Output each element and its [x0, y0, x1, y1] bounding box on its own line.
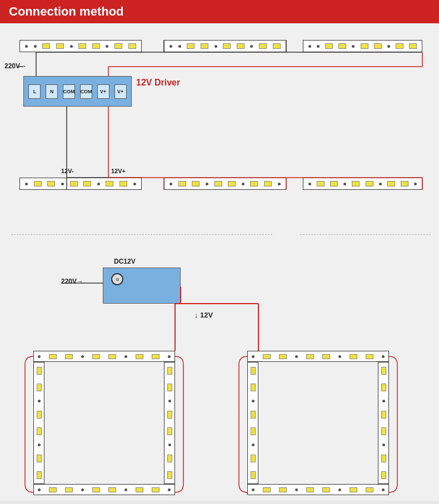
led-dot — [178, 45, 181, 48]
terminal-COM2: COM — [80, 84, 92, 99]
terminal-Vplus1: V+ — [97, 84, 109, 99]
led-h — [322, 487, 330, 492]
led-dot — [382, 488, 385, 491]
led-h — [350, 354, 357, 359]
led-cell — [228, 181, 236, 187]
led-cell — [83, 181, 91, 187]
led-cell — [70, 181, 78, 187]
led-cell — [114, 43, 122, 49]
led-h — [263, 487, 271, 492]
led-dot — [61, 183, 64, 185]
led-dot — [124, 355, 127, 358]
led-dot — [133, 183, 136, 185]
led-dot — [387, 45, 390, 48]
led-v — [251, 427, 256, 435]
label-220v-bot: 220V→ — [61, 278, 83, 285]
led-v — [251, 471, 256, 479]
driver-box: L N COM COM V+ V+ — [23, 76, 132, 107]
right-frame-left — [247, 362, 258, 484]
label-12v-minus: 12V- — [61, 168, 74, 174]
top-diagram: 220V→ — [0, 34, 439, 201]
led-h — [152, 354, 159, 359]
led-dot — [295, 488, 298, 491]
led-dot — [338, 488, 341, 491]
led-dot — [252, 443, 255, 446]
led-cell — [47, 181, 55, 187]
led-cell — [264, 181, 272, 187]
label-12v-driver: 12V Driver — [136, 78, 180, 88]
led-dot — [38, 355, 41, 358]
label-12v-bot: ↓ 12V — [194, 311, 213, 319]
led-dot — [169, 45, 172, 48]
led-dot — [242, 183, 245, 185]
led-h — [49, 487, 57, 492]
led-dot — [81, 355, 84, 358]
led-v — [251, 384, 256, 391]
led-cell — [34, 181, 42, 187]
led-cell — [237, 43, 245, 49]
led-dot — [352, 45, 355, 48]
left-frame-right — [164, 362, 175, 484]
bottom-led-strip-3 — [303, 178, 422, 190]
led-h — [136, 487, 143, 492]
led-cell — [366, 181, 373, 187]
led-v — [37, 411, 42, 419]
led-dot — [250, 45, 253, 48]
led-cell — [273, 43, 281, 49]
led-cell — [330, 181, 338, 187]
led-v — [251, 455, 256, 462]
led-dot — [25, 183, 28, 185]
bottom-led-strip-2 — [164, 178, 286, 190]
led-dot — [38, 443, 41, 446]
led-dot — [168, 355, 171, 358]
led-cell — [387, 181, 395, 187]
bottom-diagram: DC12V 220V→ ↓ 12V ⊙ — [0, 245, 439, 501]
led-dot — [308, 183, 311, 185]
led-h — [306, 354, 314, 359]
led-cell — [178, 181, 186, 187]
led-v — [251, 411, 256, 419]
led-v — [37, 455, 42, 462]
led-h — [65, 354, 73, 359]
led-dot — [81, 488, 84, 491]
led-h — [322, 354, 330, 359]
led-h — [279, 354, 287, 359]
led-dot — [168, 443, 171, 446]
bottom-led-strip-1 — [19, 178, 142, 190]
terminal-COM1: COM — [63, 84, 75, 99]
led-cell — [409, 43, 417, 49]
led-cell — [201, 43, 208, 49]
header: Connection method — [0, 0, 439, 23]
led-dot — [252, 400, 255, 402]
dc-box — [103, 268, 181, 304]
led-v — [167, 384, 172, 391]
led-dot — [124, 488, 127, 491]
led-h — [279, 487, 287, 492]
led-v — [381, 471, 386, 479]
led-dot — [278, 183, 281, 185]
led-dot — [414, 183, 417, 185]
led-cell — [352, 181, 360, 187]
led-v — [167, 411, 172, 419]
dc-circle: ⊙ — [111, 273, 123, 285]
led-dot — [38, 400, 41, 402]
led-dot — [379, 183, 382, 185]
led-v — [381, 384, 386, 391]
top-led-strip-3 — [303, 40, 422, 52]
led-dot — [382, 443, 385, 446]
led-h — [108, 354, 116, 359]
led-h — [350, 487, 357, 492]
led-h — [136, 354, 143, 359]
led-dot — [25, 45, 28, 48]
led-dot — [168, 488, 171, 491]
led-cell — [92, 43, 100, 49]
led-h — [65, 487, 73, 492]
led-cell — [42, 43, 50, 49]
led-h — [152, 487, 159, 492]
label-12v-plus: 12V+ — [111, 168, 126, 174]
led-h — [263, 354, 271, 359]
led-h — [366, 487, 373, 492]
led-h — [366, 354, 373, 359]
terminal-N: N — [46, 84, 58, 99]
wiring-top — [0, 34, 439, 201]
